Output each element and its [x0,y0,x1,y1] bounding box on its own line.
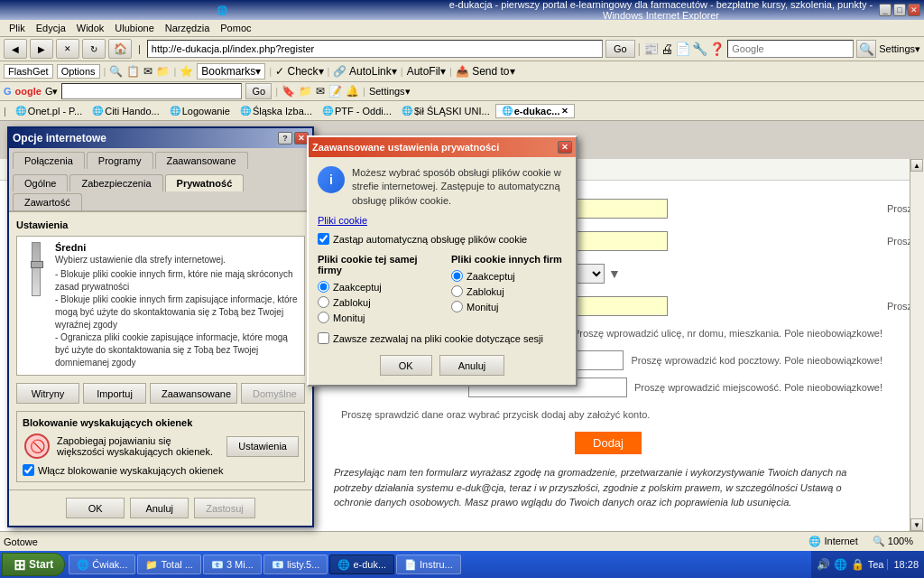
menu-tools[interactable]: Narzędzia [160,21,216,35]
maximize-button[interactable]: □ [893,4,906,16]
menu-edit[interactable]: Edycja [31,21,71,35]
first-monitor-radio[interactable] [318,312,329,323]
advanced-cancel-button[interactable]: Anuluj [439,355,505,376]
popup-checkbox[interactable] [23,464,34,476]
stop-button[interactable]: ✕ [56,39,79,59]
tab-ogolne[interactable]: Ogólne [13,174,68,191]
advanced-close-button[interactable]: ✕ [558,141,572,154]
minimize-button[interactable]: _ [879,4,892,16]
autofill-button[interactable]: AutoFil▾ [407,65,446,78]
check-button[interactable]: ✓ Check▾ [275,65,323,78]
third-block-radio[interactable] [451,285,463,297]
links-item-slask-uni[interactable]: 🌐$ił ŚLĄSKI UNI... [397,104,494,118]
close-button[interactable]: ✕ [908,4,920,16]
options-button[interactable]: Options [57,64,100,79]
importuj-button[interactable]: Importuj [83,383,146,404]
third-monitor-radio[interactable] [451,301,463,312]
links-item-logowanie[interactable]: 🌐Logowanie [165,104,235,118]
popup-settings-button[interactable]: Ustawienia [226,436,299,457]
tray-icon-2[interactable]: 🌐 [834,558,847,571]
slider-thumb[interactable] [31,261,43,268]
links-item-onet[interactable]: 🌐Onet.pl - P... [11,104,87,118]
help-toolbar-icon[interactable]: ❓ [709,42,725,56]
rss-icon[interactable]: 📰 [643,42,659,56]
google-expand[interactable]: G▾ [45,86,59,98]
opcje-titlebar: Opcje internetowe ? ✕ [9,128,312,148]
refresh-button[interactable]: ↻ [82,39,106,59]
taskbar-item-listy[interactable]: 📧 listy.5... [263,555,328,574]
google-icon5[interactable]: 🔔 [346,85,359,98]
sendto-button[interactable]: 📤 Send to▾ [456,65,515,78]
tab-zaawansowane[interactable]: Zaawansowane [155,152,248,169]
first-block-row: Zablokuj [318,296,433,308]
menu-help[interactable]: Pomoc [215,21,256,35]
search-button[interactable]: 🔍 [856,40,876,58]
links-item-slaska[interactable]: 🌐Śląska Izba... [236,104,317,118]
third-accept-radio[interactable] [451,270,463,282]
google-icon3[interactable]: ✉ [316,85,325,98]
tray-tea-text[interactable]: Tea [868,559,884,570]
clock[interactable]: 18:28 [887,559,919,570]
dodaj-button[interactable]: Dodaj [575,432,642,454]
domyslne-button[interactable]: Domyślne [241,383,305,404]
home-button[interactable]: 🏠 [108,39,132,59]
always-allow-checkbox[interactable] [318,332,329,344]
flashget-button[interactable]: FlashGet [4,64,53,79]
first-block-radio[interactable] [318,296,329,308]
privacy-slider[interactable] [32,242,41,296]
taskbar-item-total[interactable]: 📁 Total ... [137,555,200,574]
taskbar-item-instru[interactable]: 📄 Instru... [396,555,461,574]
google-icon4[interactable]: 📝 [328,85,342,98]
print-icon[interactable]: 🖨 [661,42,673,56]
tray-icon-1[interactable]: 🔊 [817,558,830,571]
tray-icon-3[interactable]: 🔒 [851,558,864,571]
tab-zabezpieczenia[interactable]: Zabezpieczenia [69,174,162,191]
opcje-apply-button[interactable]: Zastosuj [194,498,255,518]
tab-programy[interactable]: Programy [87,152,153,169]
opcje-ok-button[interactable]: OK [66,498,125,518]
settings-label[interactable]: Settings▾ [879,43,920,55]
first-accept-radio[interactable] [318,281,329,293]
autolink-button[interactable]: 🔗 AutoLink▾ [333,65,396,78]
tools-icon[interactable]: 🔧 [692,42,707,56]
tab-prywatnosc[interactable]: Prywatność [165,174,245,191]
witryny-button[interactable]: Witryny [16,383,79,404]
start-button[interactable]: ⊞ Start [2,553,65,576]
address-input[interactable] [147,40,603,58]
zaawansowane-pryw-button[interactable]: Zaawansowane [150,383,237,404]
forward-button[interactable]: ▶ [30,39,53,59]
search-input[interactable] [727,40,854,58]
links-item-citi[interactable]: 🌐Citi Hando... [88,104,164,118]
google-go-button[interactable]: Go [245,83,272,99]
tab-polaczenia[interactable]: Połączenia [13,152,85,169]
page-icon[interactable]: 📄 [675,42,690,56]
menu-bar: Plik Edycja Widok Ulubione Narzędzia Pom… [0,20,924,37]
scroll-up-button[interactable]: ▲ [910,159,923,172]
taskbar-item-3mi[interactable]: 📧 3 Mi... [203,555,262,574]
pliki-cookie-link[interactable]: Pliki cookie [318,215,567,226]
menu-view[interactable]: Widok [71,21,110,35]
google-search-input[interactable] [61,83,242,99]
links-item-edukacja-active[interactable]: 🌐e-dukac... ✕ [495,104,576,118]
menu-favorites[interactable]: Ulubione [109,21,159,35]
zone-indicator: 🌐 Internet [808,536,857,547]
bookmarks-button[interactable]: Bookmarks▾ [197,63,265,79]
google-icon1[interactable]: 🔖 [282,85,295,98]
auto-override-checkbox[interactable] [318,233,329,245]
go-button[interactable]: Go [605,40,635,58]
tab-zawartosc[interactable]: Zawartość [13,193,82,210]
scroll-down-button[interactable]: ▼ [910,518,923,531]
opcje-help-button[interactable]: ? [278,132,292,144]
back-button[interactable]: ◀ [4,39,27,59]
scrollbar-right[interactable]: ▲ ▼ [910,159,924,531]
advanced-ok-button[interactable]: OK [380,355,432,376]
opcje-cancel-button[interactable]: Anuluj [130,498,189,518]
links-item-ptf[interactable]: 🌐PTF - Oddi... [318,104,396,118]
menu-file[interactable]: Plik [4,21,31,35]
tab-close-icon[interactable]: ✕ [561,107,568,116]
eduk-icon: 🌐 [337,559,350,571]
taskbar-item-eduk[interactable]: 🌐 e-duk... [329,555,394,574]
google-icon2[interactable]: 📁 [299,85,312,98]
taskbar-item-cwiak[interactable]: 🌐 Ćwiak... [69,555,135,574]
google-settings[interactable]: Settings▾ [369,86,411,98]
